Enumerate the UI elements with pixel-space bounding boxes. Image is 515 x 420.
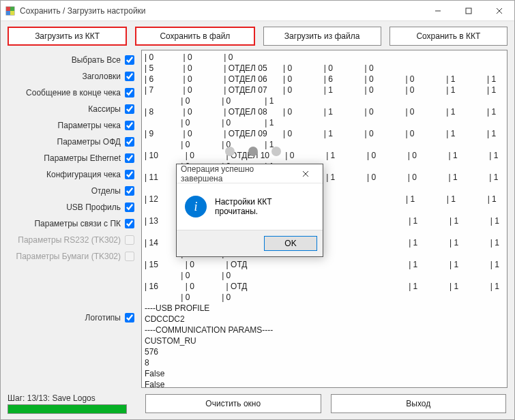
- dialog-close-button[interactable]: [293, 165, 319, 183]
- check-receipt-msg[interactable]: Сообщение в конце чека: [8, 87, 136, 99]
- dialog-footer: OK: [177, 230, 323, 256]
- check-pc-link-params[interactable]: Параметры связи с ПК: [8, 217, 136, 230]
- check-label: Параметры Ethernet: [44, 153, 121, 163]
- check-label: Конфигурация чека: [46, 170, 121, 179]
- checkbox-paper-params: [125, 252, 134, 261]
- checkbox-receipt-msg[interactable]: [125, 88, 134, 97]
- check-paper-params: Параметры Бумаги (TK302): [8, 250, 136, 262]
- window-title: Сохранить / Загрузить настройки: [20, 6, 422, 16]
- status-row: Шаг: 13/13: Save Logos Очистить окно Вых…: [8, 391, 507, 417]
- svg-rect-6: [466, 8, 471, 14]
- check-label: Параметры RS232 (TK302): [18, 235, 121, 245]
- checkbox-pc-link-params[interactable]: [125, 219, 134, 228]
- check-cashiers[interactable]: Кассиры: [8, 103, 136, 115]
- titlebar: Сохранить / Загрузить настройки: [1, 1, 514, 21]
- dialog-title: Операция успешно завершена: [181, 164, 293, 183]
- svg-rect-3: [6, 11, 10, 15]
- exit-button[interactable]: Выход: [331, 394, 507, 413]
- check-usb-profile[interactable]: USB Профиль: [8, 201, 136, 213]
- check-label: Кассиры: [88, 104, 121, 114]
- close-button[interactable]: [484, 1, 514, 20]
- dot-icon: [225, 147, 235, 156]
- checkbox-receipt-config[interactable]: [125, 170, 134, 179]
- dot-icon: [271, 147, 281, 156]
- dialog-body: i Настройки ККТ прочитаны.: [177, 183, 323, 230]
- checkbox-departments[interactable]: [125, 186, 134, 196]
- checkbox-cashiers[interactable]: [125, 104, 134, 114]
- check-headers[interactable]: Заголовки: [8, 70, 136, 82]
- progress-bar: [8, 404, 127, 414]
- check-ethernet-params[interactable]: Параметры Ethernet: [8, 152, 136, 164]
- dialog-ok-button[interactable]: OK: [264, 236, 317, 251]
- check-label: Параметры Бумаги (TK302): [16, 252, 121, 261]
- check-label: Параметры связи с ПК: [34, 219, 121, 228]
- check-label: Выбрать Все: [72, 55, 121, 65]
- status-text: Шаг: 13/13: Save Logos: [8, 393, 136, 403]
- checkbox-receipt-params[interactable]: [125, 121, 134, 130]
- save-to-file-button[interactable]: Сохранить в файл: [135, 27, 254, 46]
- checkbox-logos[interactable]: [125, 313, 134, 322]
- minimize-button[interactable]: [422, 1, 453, 20]
- check-departments[interactable]: Отделы: [8, 185, 136, 197]
- message-dialog: Операция успешно завершена i Настройки К…: [176, 164, 323, 257]
- load-from-file-button[interactable]: Загрузить из файла: [263, 27, 381, 46]
- save-to-kkt-button[interactable]: Сохранить в ККТ: [389, 27, 507, 46]
- loading-dots: [225, 147, 281, 156]
- clear-window-button[interactable]: Очистить окно: [145, 394, 321, 413]
- check-rs232-params: Параметры RS232 (TK302): [8, 234, 136, 246]
- checkbox-ethernet-params[interactable]: [125, 153, 134, 163]
- check-ofd-params[interactable]: Параметры ОФД: [8, 136, 136, 148]
- top-button-row: Загрузить из ККТ Сохранить в файл Загруз…: [8, 27, 507, 46]
- maximize-button[interactable]: [453, 1, 484, 20]
- check-logos[interactable]: Логотипы: [8, 312, 136, 324]
- bottom-button-row: Очистить окно Выход: [141, 394, 507, 413]
- check-label: Отделы: [91, 186, 121, 196]
- checkbox-usb-profile[interactable]: [125, 202, 134, 212]
- dot-icon: [248, 147, 258, 156]
- checkbox-rs232-params: [125, 235, 134, 245]
- progress-fill: [8, 405, 126, 413]
- svg-rect-1: [6, 7, 10, 11]
- status-left: Шаг: 13/13: Save Logos: [8, 393, 136, 414]
- dialog-message: Настройки ККТ прочитаны.: [215, 197, 314, 216]
- app-icon: [5, 5, 16, 16]
- check-label: Сообщение в конце чека: [26, 88, 121, 97]
- dialog-titlebar: Операция успешно завершена: [177, 164, 323, 183]
- checkbox-headers[interactable]: [125, 72, 134, 81]
- checkbox-ofd-params[interactable]: [125, 137, 134, 147]
- check-label: Параметры чека: [58, 121, 121, 130]
- check-label: USB Профиль: [66, 202, 121, 212]
- checklist-panel: Выбрать Все Заголовки Сообщение в конце …: [8, 50, 136, 388]
- info-icon: i: [185, 196, 207, 217]
- check-receipt-params[interactable]: Параметры чека: [8, 119, 136, 132]
- check-label: Заголовки: [82, 72, 121, 81]
- check-receipt-config[interactable]: Конфигурация чека: [8, 168, 136, 181]
- check-select-all[interactable]: Выбрать Все: [8, 54, 136, 66]
- svg-rect-2: [10, 7, 14, 11]
- svg-rect-4: [10, 11, 14, 15]
- check-label: Логотипы: [85, 313, 121, 322]
- check-label: Параметры ОФД: [57, 137, 121, 147]
- load-from-kkt-button[interactable]: Загрузить из ККТ: [8, 27, 127, 46]
- window-controls: [422, 1, 514, 20]
- checkbox-select-all[interactable]: [125, 55, 134, 65]
